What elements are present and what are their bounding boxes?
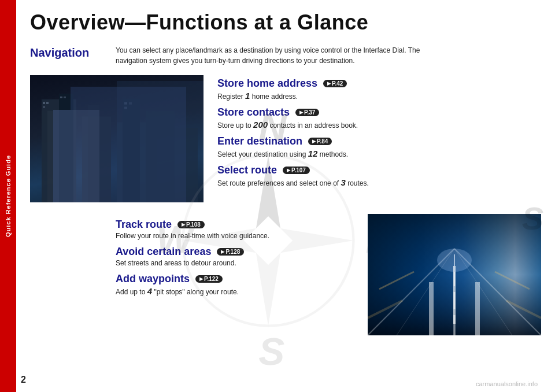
compass-s-letter: S (522, 199, 543, 237)
upper-block: Store home address P.42 Register 1 home … (30, 75, 541, 202)
page-title: Overview—Functions at a Glance (30, 10, 541, 35)
svg-text:N: N (258, 105, 287, 149)
svg-text:W: W (156, 217, 196, 261)
main-content: Overview—Functions at a Glance Navigatio… (16, 0, 555, 341)
page-number: 2 (21, 375, 26, 385)
highway-image (368, 214, 541, 335)
svg-marker-21 (183, 228, 256, 253)
svg-text:S: S (258, 330, 284, 373)
svg-point-40 (437, 249, 472, 272)
svg-marker-20 (280, 228, 353, 253)
svg-rect-27 (368, 214, 541, 335)
svg-marker-19 (256, 253, 280, 326)
svg-marker-18 (256, 156, 280, 228)
watermark: carmanualsonline.info (476, 380, 538, 387)
